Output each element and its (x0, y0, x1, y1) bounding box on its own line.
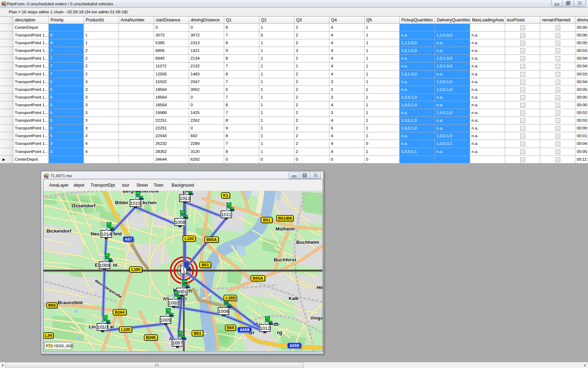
svg-text:1013: 1013 (180, 196, 190, 201)
svg-text:A57: A57 (125, 237, 132, 241)
svg-text:1009: 1009 (99, 263, 110, 268)
svg-text:B264: B264 (115, 310, 125, 314)
svg-text:B55A: B55A (253, 276, 263, 280)
svg-text:PTV, HERE, AND: PTV, HERE, AND (46, 344, 73, 348)
svg-text:Bergheimerhofe: Bergheimerhofe (122, 191, 159, 194)
svg-text:Buchheim: Buchheim (296, 240, 319, 245)
svg-text:Kalk: Kalk (289, 296, 299, 301)
svg-text:1002: 1002 (168, 300, 179, 306)
svg-text:1005: 1005 (160, 317, 171, 323)
svg-text:B51: B51 (194, 331, 201, 335)
svg-text:1012: 1012 (260, 326, 270, 331)
svg-text:feld: feld (113, 231, 122, 236)
svg-text:Vingst: Vingst (310, 315, 322, 321)
svg-text:rg: rg (277, 329, 282, 335)
svg-text:B265: B265 (146, 335, 156, 340)
svg-text:dt-: dt- (273, 321, 280, 327)
svg-text:B55A: B55A (206, 237, 216, 242)
svg-text:B51/B8: B51/B8 (278, 216, 292, 220)
svg-text:B51: B51 (201, 263, 209, 267)
svg-text:Bickendorf: Bickendorf (47, 228, 72, 234)
svg-text:A559: A559 (289, 343, 299, 348)
svg-text:ckchen: ckchen (140, 200, 157, 205)
svg-text:1006: 1006 (218, 309, 229, 314)
svg-text:Neu: Neu (91, 231, 100, 236)
svg-text:t: t (185, 296, 187, 301)
svg-text:Mülheim: Mülheim (276, 226, 295, 232)
svg-text:Ossendorf: Ossendorf (72, 203, 95, 208)
svg-text:Lin: Lin (89, 324, 96, 329)
svg-text:Buchforst: Buchforst (274, 257, 296, 262)
svg-text:1007: 1007 (172, 340, 183, 346)
svg-text:Höl: Höl (316, 285, 322, 290)
svg-text:Braunsfeld: Braunsfeld (58, 300, 83, 305)
svg-text:L100: L100 (131, 267, 140, 272)
svg-text:ld: ld (113, 262, 117, 268)
svg-text:B55: B55 (227, 326, 234, 330)
svg-text:B55: B55 (48, 303, 56, 307)
svg-text:1008: 1008 (175, 220, 185, 225)
svg-text:1014: 1014 (101, 232, 112, 237)
svg-text:L34: L34 (45, 333, 52, 337)
svg-text:1011: 1011 (221, 212, 231, 217)
svg-text:A559: A559 (240, 328, 249, 332)
svg-text:Bilder: Bilder (115, 200, 129, 205)
svg-text:n: n (188, 288, 192, 294)
svg-text:1015: 1015 (130, 201, 141, 206)
svg-text:1010: 1010 (97, 324, 108, 330)
svg-text:L100: L100 (185, 236, 194, 241)
svg-text:K1: K1 (223, 193, 228, 198)
svg-text:L100: L100 (121, 327, 130, 332)
svg-text:L188: L188 (226, 296, 235, 300)
svg-text:B51: B51 (263, 218, 270, 222)
